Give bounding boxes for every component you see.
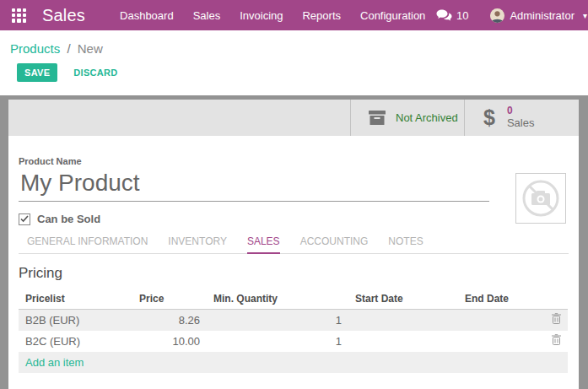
cell-start-date[interactable] xyxy=(348,310,458,331)
archive-status-button[interactable]: Not Archived xyxy=(350,100,464,136)
main-menu: Dashboard Sales Invoicing Reports Config… xyxy=(120,9,425,22)
product-name-input[interactable]: My Product xyxy=(19,169,489,202)
breadcrumb-products-link[interactable]: Products xyxy=(10,41,60,56)
pricing-table-header: Pricelist Price Min. Quantity Start Date… xyxy=(19,290,568,310)
discard-button[interactable]: DISCARD xyxy=(73,68,117,78)
form-sheet: Not Archived $ 0 Sales Product Name My P… xyxy=(8,100,579,389)
dollar-icon: $ xyxy=(483,107,495,128)
product-image-placeholder[interactable] xyxy=(515,173,566,224)
col-min-quantity: Min. Quantity xyxy=(207,290,348,310)
col-actions xyxy=(544,290,568,310)
cell-min-quantity[interactable]: 1 xyxy=(207,310,348,331)
breadcrumb: Products / New xyxy=(0,30,588,56)
cell-start-date[interactable] xyxy=(348,331,458,352)
cell-price[interactable]: 10.00 xyxy=(132,331,207,352)
cell-end-date[interactable] xyxy=(458,310,544,331)
messages-button[interactable]: 10 xyxy=(436,9,468,22)
no-camera-icon xyxy=(520,177,562,219)
tab-sales[interactable]: SALES xyxy=(247,235,280,254)
notebook-tabs: GENERAL INFORMATION INVENTORY SALES ACCO… xyxy=(19,235,569,254)
cell-pricelist[interactable]: B2B (EUR) xyxy=(19,310,132,331)
tab-notes[interactable]: NOTES xyxy=(388,235,423,253)
cell-end-date[interactable] xyxy=(458,331,544,352)
can-be-sold-row: Can be Sold xyxy=(19,213,569,225)
col-pricelist: Pricelist xyxy=(19,290,132,310)
breadcrumb-separator: / xyxy=(67,41,70,56)
delete-row-icon[interactable] xyxy=(544,331,568,352)
user-menu-caret-icon: ▾ xyxy=(583,11,587,20)
pricing-table: Pricelist Price Min. Quantity Start Date… xyxy=(19,290,568,373)
product-name-label: Product Name xyxy=(19,156,569,166)
form-body: Product Name My Product xyxy=(8,156,579,389)
user-name: Administrator xyxy=(510,9,575,22)
sales-stat-stack: 0 Sales xyxy=(507,105,535,130)
sales-stat-label: Sales xyxy=(507,117,535,130)
breadcrumb-current: New xyxy=(78,41,103,56)
form-canvas: Not Archived $ 0 Sales Product Name My P… xyxy=(0,95,588,389)
cell-min-quantity[interactable]: 1 xyxy=(207,331,348,352)
cell-price[interactable]: 8.26 xyxy=(132,310,207,331)
apps-grid-icon[interactable] xyxy=(12,8,26,23)
nav-right: 10 Administrator ▾ xyxy=(436,8,583,23)
form-statusbar: Not Archived $ 0 Sales xyxy=(8,100,579,136)
messages-count: 10 xyxy=(456,9,468,22)
delete-row-icon[interactable] xyxy=(544,310,568,331)
col-price: Price xyxy=(132,290,207,310)
can-be-sold-label: Can be Sold xyxy=(37,213,100,225)
top-nav-bar: Sales Dashboard Sales Invoicing Reports … xyxy=(0,0,588,30)
archive-box-icon xyxy=(369,111,386,125)
tab-inventory[interactable]: INVENTORY xyxy=(168,235,227,253)
menu-sales[interactable]: Sales xyxy=(193,9,221,22)
add-item-row[interactable]: Add an item xyxy=(19,352,568,373)
app-title: Sales xyxy=(42,6,85,25)
cell-pricelist[interactable]: B2C (EUR) xyxy=(19,331,132,352)
checkmark-icon xyxy=(20,215,29,223)
control-panel: Products / New SAVE DISCARD xyxy=(0,30,588,95)
sales-stat-value: 0 xyxy=(507,105,535,117)
col-end-date: End Date xyxy=(458,290,544,310)
save-button[interactable]: SAVE xyxy=(17,63,57,82)
sales-stat-button[interactable]: $ 0 Sales xyxy=(464,100,579,136)
tab-general-information[interactable]: GENERAL INFORMATION xyxy=(27,235,148,253)
can-be-sold-checkbox[interactable] xyxy=(19,213,30,225)
menu-configuration[interactable]: Configuration xyxy=(360,9,425,22)
menu-dashboard[interactable]: Dashboard xyxy=(120,9,174,22)
archive-status-label: Not Archived xyxy=(396,111,458,124)
menu-invoicing[interactable]: Invoicing xyxy=(240,9,283,22)
table-row[interactable]: B2C (EUR) 10.00 1 xyxy=(19,331,568,352)
col-start-date: Start Date xyxy=(348,290,458,310)
user-menu[interactable]: Administrator ▾ xyxy=(490,8,583,23)
pricing-section-title: Pricing xyxy=(19,265,569,282)
add-an-item-link[interactable]: Add an item xyxy=(25,356,84,369)
menu-reports[interactable]: Reports xyxy=(302,9,341,22)
chat-bubbles-icon xyxy=(436,9,452,22)
action-buttons: SAVE DISCARD xyxy=(17,63,588,82)
table-row[interactable]: B2B (EUR) 8.26 1 xyxy=(19,310,568,331)
tab-accounting[interactable]: ACCOUNTING xyxy=(300,235,369,253)
user-avatar xyxy=(490,8,504,23)
